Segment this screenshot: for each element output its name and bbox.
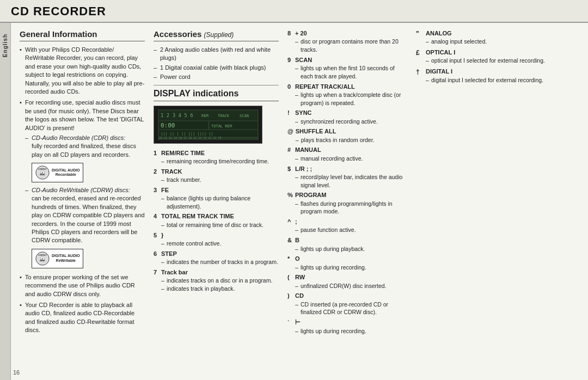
page-title: CD RECORDER — [11, 4, 577, 19]
list-item: With your Philips CD Recordable/ ReWrita… — [20, 46, 145, 96]
cdr-badge-text: DIGITAL AUDIORecordable — [52, 168, 80, 177]
accessory-text: 1 Digital coaxial cable (with black plug… — [160, 64, 266, 71]
list-item: Your CD Recorder is able to playback all… — [20, 301, 145, 335]
item-0: 0 REPEAT TRACK/ALL lights up when a trac… — [287, 83, 407, 107]
item-lr: $ L/R ; ; record/play level bar, indicat… — [287, 165, 407, 189]
lcd-display-image: 1 2 3 4 5 6 REM TRACK SCAN 0:00 TOTAL RE… — [154, 106, 262, 144]
side-tab: English — [0, 23, 11, 380]
cdr-desc: fully recorded and finalized, these disc… — [32, 143, 136, 157]
svg-text:disc: disc — [40, 259, 45, 261]
item-shuffle: @ SHUFFLE ALL plays tracks in random ord… — [287, 127, 407, 144]
divider — [154, 85, 279, 85]
accessories-section: Accessories (Supplied) 2 Analog audio ca… — [154, 29, 279, 82]
accessory-item: Power cord — [154, 73, 279, 81]
display-item-3: 3 FE balance (lights up during balance a… — [154, 186, 279, 211]
list-item: CD-Audio Recordable (CDR) discs: fully r… — [25, 134, 145, 185]
cdrw-badge: COMPACT disc DIGITAL AUDIOReWritable — [32, 249, 83, 268]
cdrw-badge-text: DIGITAL AUDIOReWritable — [52, 254, 80, 263]
svg-text:TOTAL REM: TOTAL REM — [211, 124, 232, 128]
side-tab-label: English — [2, 34, 8, 57]
main-content: General Information With your Philips CD… — [11, 23, 588, 380]
display-item-1: 1 REM/REC TIME remaining recording time/… — [154, 149, 279, 166]
disc-icon-rw: COMPACT disc — [35, 251, 50, 266]
input-symbol-list: " ANALOG analog input selected. £ OPTICA… — [416, 29, 579, 84]
item-cd: ) CD CD inserted (a pre-recorded CD or f… — [287, 292, 407, 316]
item-b: & B lights up during playback. — [287, 236, 407, 253]
svg-text:COMPACT: COMPACT — [38, 168, 47, 170]
cdr-label: CD-Audio Recordable (CDR) discs: — [32, 134, 125, 141]
accessory-text: 2 Analog audio cables (with red and whit… — [160, 46, 271, 61]
col3-numbered-list: 8 + 20 disc or program contains more tha… — [287, 29, 407, 335]
item-8: 8 + 20 disc or program contains more tha… — [287, 29, 407, 54]
sub-list: CD-Audio Recordable (CDR) discs: fully r… — [25, 134, 145, 271]
lcd-svg: 1 2 3 4 5 6 REM TRACK SCAN 0:00 TOTAL RE… — [158, 109, 259, 140]
accessories-list: 2 Analog audio cables (with red and whit… — [154, 46, 279, 82]
cdrw-desc: can be recorded, erased and re-recorded … — [32, 195, 145, 243]
display-numbered-list: 1 REM/REC TIME remaining recording time/… — [154, 149, 279, 293]
display-item-7: 7 Track bar indicates tracks on a disc o… — [154, 268, 279, 293]
item-arrow: ` ⊢ lights up during recording. — [287, 318, 407, 335]
svg-text:disc: disc — [40, 173, 45, 176]
svg-text:REM: REM — [201, 114, 209, 118]
svg-text:0:00: 0:00 — [161, 122, 175, 129]
general-info-title: General Information — [20, 29, 145, 41]
list-item-text: To ensure proper working of the set we r… — [25, 274, 135, 297]
list-item-text: For recording use, special audio discs m… — [25, 99, 144, 131]
list-item: CD-Audio ReWritable (CDRW) discs: can be… — [25, 186, 145, 271]
column-accessories-display: Accessories (Supplied) 2 Analog audio ca… — [154, 29, 279, 373]
item-analog: " ANALOG analog input selected. — [416, 29, 579, 46]
accessory-text: Power cord — [160, 73, 191, 80]
item-manual: # MANUAL manual recording active. — [287, 146, 407, 162]
item-9: 9 SCAN lights up when the first 10 secon… — [287, 56, 407, 81]
page-number: 16 — [13, 369, 20, 376]
column-general-info: General Information With your Philips CD… — [20, 29, 145, 373]
page-header: CD RECORDER — [0, 0, 588, 23]
column-items-8-onwards: 8 + 20 disc or program contains more tha… — [287, 29, 407, 373]
svg-text:SCAN: SCAN — [240, 114, 249, 118]
item-pause: ^ ; pause function active. — [287, 218, 407, 234]
item-program: % PROGRAM flashes during programming/lig… — [287, 191, 407, 216]
item-sync: ! SYNC synchronized recording active. — [287, 109, 407, 125]
display-item-5: 5 } remote control active. — [154, 231, 279, 248]
accessories-title-text: Accessories — [154, 29, 201, 39]
list-item: To ensure proper working of the set we r… — [20, 273, 145, 298]
general-info-list: With your Philips CD Recordable/ ReWrita… — [20, 46, 145, 335]
display-item-2: 2 TRACK track number. — [154, 168, 279, 184]
list-item-text: With your Philips CD Recordable/ ReWrita… — [25, 46, 144, 95]
cdr-badge: COMPACT disc DIGITAL AUDIORecordable — [32, 163, 83, 182]
item-optical: £ OPTICAL I optical input I selected for… — [416, 48, 579, 65]
page-container: CD RECORDER English General Information … — [0, 0, 588, 380]
list-item: For recording use, special audio discs m… — [20, 99, 145, 270]
item-digital: † DIGITAL I digital input I selected for… — [416, 68, 579, 84]
item-rw: ( RW unfinalized CDR(W) disc inserted. — [287, 273, 407, 290]
column-inputs: " ANALOG analog input selected. £ OPTICA… — [416, 29, 579, 373]
display-item-4: 4 TOTAL REM TRACK TIME total or remainin… — [154, 212, 279, 229]
cdrw-label: CD-Audio ReWritable (CDRW) discs: — [32, 187, 130, 193]
svg-text:||| || | || ||| |||| ||: ||| || | || ||| |||| || — [161, 132, 213, 136]
display-item-6: 6 STEP indicates the number of tracks in… — [154, 250, 279, 266]
svg-text:COMPACT: COMPACT — [38, 254, 47, 256]
accessory-item: 2 Analog audio cables (with red and whit… — [154, 46, 279, 63]
svg-text:20 21 22 19 18 17 16 15   14  : 20 21 22 19 18 17 16 15 14 13 12 11 10 — [159, 136, 221, 139]
display-section: DISPLAY indications 1 2 3 4 5 6 REM — [154, 89, 279, 293]
list-item-text: Your CD Recorder is able to playback all… — [25, 302, 134, 333]
content-area: English General Information With your Ph… — [0, 23, 588, 380]
item-o: * O lights up during recording. — [287, 255, 407, 271]
svg-text:TRACK: TRACK — [218, 114, 230, 118]
accessory-item: 1 Digital coaxial cable (with black plug… — [154, 64, 279, 72]
accessories-supplied-text: (Supplied) — [204, 31, 234, 39]
svg-text:1 2 3 4 5 6: 1 2 3 4 5 6 — [161, 113, 193, 118]
lcd-inner: 1 2 3 4 5 6 REM TRACK SCAN 0:00 TOTAL RE… — [154, 106, 262, 143]
accessories-title: Accessories (Supplied) — [154, 29, 279, 41]
disc-icon: COMPACT disc — [35, 165, 50, 180]
display-title: DISPLAY indications — [154, 89, 279, 101]
